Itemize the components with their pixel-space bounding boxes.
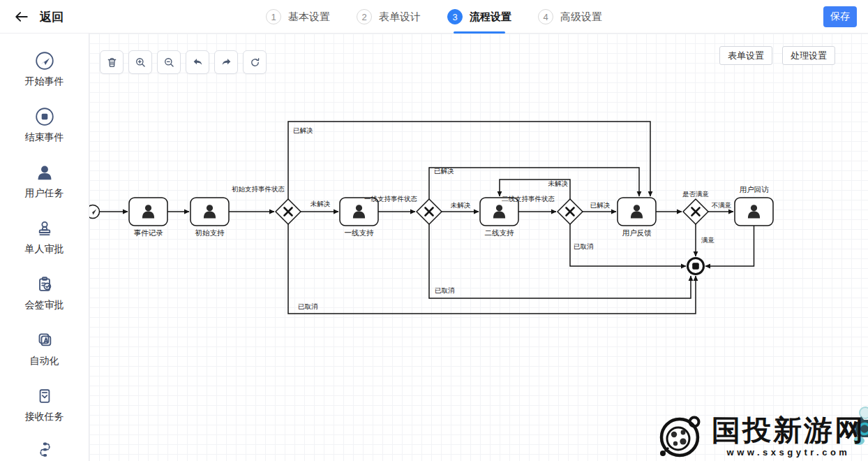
task-label: 事件记录 <box>134 228 164 237</box>
edge-label-resolved: 已解决 <box>434 167 454 175</box>
watermark-title: 国投新游网 <box>712 416 865 446</box>
delete-button[interactable] <box>100 50 124 74</box>
sidebar-item-start-event[interactable]: 开始事件 <box>0 50 89 106</box>
watermark-url: www.sxsgytr.com <box>727 447 851 458</box>
sidebar-item-label: 自动化 <box>30 355 59 367</box>
sidebar-item-label: 接收任务 <box>25 411 64 423</box>
edge-label-unresolved: 未解决 <box>310 200 331 207</box>
step-number: 4 <box>538 9 553 24</box>
gateway-label: 一线支持事件状态 <box>364 195 418 203</box>
task-node-line1-support[interactable]: 一线支持 <box>340 198 378 237</box>
zoom-in-icon <box>134 56 147 69</box>
gateway-line2-status[interactable] <box>558 199 583 224</box>
automation-icon <box>34 330 55 351</box>
edge-label-satisfied: 满意 <box>701 236 715 244</box>
steps-nav: 1 基本设置 2 表单设计 3 流程设置 4 高级设置 <box>266 0 602 34</box>
user-task-icon <box>34 162 55 183</box>
edge-gw2-cancelled[interactable] <box>429 224 691 298</box>
edge-label-dissatisfied: 不满意 <box>712 201 732 209</box>
gateway-label: 初始支持事件状态 <box>232 185 285 193</box>
redo-button[interactable] <box>214 50 238 74</box>
undo-icon <box>191 56 204 69</box>
bpmn-diagram[interactable]: 事件记录 初始支持 一线支持 二线支持 用户反馈 用户回访 <box>89 34 868 461</box>
form-settings-button[interactable]: 表单设置 <box>719 46 772 65</box>
sidebar-item-label: 用户任务 <box>25 187 64 200</box>
gateway-label: 二线支持事件状态 <box>502 195 555 203</box>
watermark: 国投新游网 www.sxsgytr.com <box>654 411 865 461</box>
task-label: 二线支持 <box>485 228 515 237</box>
end-event-icon <box>34 106 55 127</box>
redo-icon <box>220 56 233 69</box>
edge-label-cancelled: 已取消 <box>298 302 318 310</box>
save-button[interactable]: 保存 <box>823 6 857 27</box>
step-form-design[interactable]: 2 表单设计 <box>357 0 421 34</box>
edge-label-resolved: 已解决 <box>590 201 611 209</box>
task-node-line2-support[interactable]: 二线支持 <box>480 198 518 237</box>
canvas-panel-buttons: 表单设置 处理设置 <box>719 46 835 65</box>
sidebar-item-automation[interactable]: 自动化 <box>0 330 89 386</box>
gateway-initial-status[interactable] <box>276 199 301 224</box>
sidebar: 开始事件 结束事件 用户任务 单人审批 会签审批 <box>0 34 89 461</box>
zoom-out-button[interactable] <box>157 50 181 74</box>
zoom-in-button[interactable] <box>128 50 152 74</box>
back-arrow-icon[interactable] <box>14 9 29 24</box>
task-node-user-feedback[interactable]: 用户反馈 <box>618 198 656 237</box>
step-label: 流程设置 <box>470 10 511 24</box>
refresh-button[interactable] <box>243 50 267 74</box>
edge-label-unresolved: 未解决 <box>451 201 471 209</box>
step-label: 基本设置 <box>288 10 330 24</box>
sidebar-item-flow-connector[interactable] <box>0 441 89 461</box>
step-basic-settings[interactable]: 1 基本设置 <box>266 0 330 34</box>
sidebar-item-label: 开始事件 <box>25 75 64 88</box>
task-label: 初始支持 <box>195 228 225 237</box>
canvas-toolbar <box>100 50 267 74</box>
task-label: 用户反馈 <box>622 228 652 237</box>
step-label: 表单设计 <box>379 10 421 24</box>
sidebar-item-single-approval[interactable]: 单人审批 <box>0 218 89 274</box>
edge-gw1-resolved-loop[interactable] <box>288 122 650 199</box>
process-settings-button[interactable]: 处理设置 <box>782 46 835 65</box>
refresh-icon <box>248 56 262 69</box>
step-advanced-settings[interactable]: 4 高级设置 <box>538 0 602 34</box>
step-number: 3 <box>447 9 463 24</box>
gateway-satisfaction[interactable] <box>683 199 708 224</box>
trash-icon <box>105 56 119 69</box>
task-label: 一线支持 <box>345 228 375 237</box>
step-number: 1 <box>266 9 281 24</box>
receive-task-icon <box>34 386 55 407</box>
task-node-user-revisit[interactable]: 用户回访 <box>735 185 773 226</box>
step-label: 高级设置 <box>560 10 602 24</box>
step-number: 2 <box>357 9 372 24</box>
gateway-line1-status[interactable] <box>417 199 442 224</box>
watermark-logo-icon <box>654 411 706 461</box>
sidebar-item-label: 单人审批 <box>25 243 64 256</box>
edge-gw1-cancelled[interactable] <box>288 224 696 314</box>
edge-label-cancelled: 已取消 <box>435 286 455 294</box>
edge-revisit-to-end[interactable] <box>705 226 754 266</box>
task-node-initial-support[interactable]: 初始支持 <box>190 198 229 237</box>
sidebar-item-countersign-approval[interactable]: 会签审批 <box>0 274 89 330</box>
step-process-settings[interactable]: 3 流程设置 <box>447 0 511 34</box>
undo-button[interactable] <box>186 50 209 74</box>
sidebar-item-label: 会签审批 <box>25 299 64 312</box>
countersign-approval-icon <box>34 274 55 295</box>
edge-label-cancelled: 已取消 <box>574 242 594 250</box>
zoom-out-icon <box>163 56 176 69</box>
sidebar-item-end-event[interactable]: 结束事件 <box>0 106 89 162</box>
flow-connector-icon <box>34 441 55 461</box>
gateway-label: 是否满意 <box>682 190 710 198</box>
edge-label-unresolved: 未解决 <box>548 180 569 187</box>
start-event-icon <box>34 50 55 71</box>
single-approval-icon <box>34 218 55 239</box>
sidebar-item-user-task[interactable]: 用户任务 <box>0 162 89 218</box>
task-node-incident-record[interactable]: 事件记录 <box>129 198 167 237</box>
edge-label-resolved: 已解决 <box>293 126 313 134</box>
back-label[interactable]: 返回 <box>40 9 63 25</box>
sidebar-item-receive-task[interactable]: 接收任务 <box>0 386 89 441</box>
back-group[interactable]: 返回 <box>14 0 63 34</box>
end-event-node[interactable] <box>688 258 704 275</box>
flow-canvas[interactable]: 表单设置 处理设置 <box>89 34 868 461</box>
sidebar-item-label: 结束事件 <box>25 131 64 144</box>
top-bar: 返回 1 基本设置 2 表单设计 3 流程设置 4 高级设置 保存 <box>0 0 868 34</box>
task-label: 用户回访 <box>740 185 770 193</box>
